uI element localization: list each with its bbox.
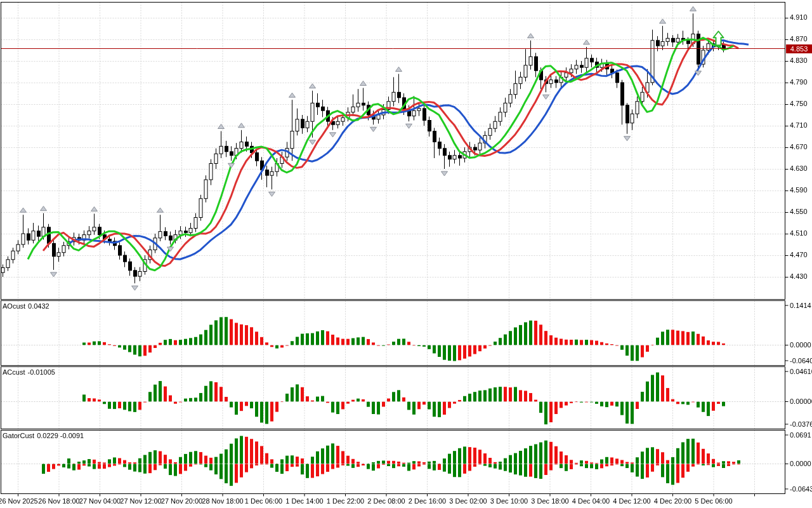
time-tick-label: 27 Nov 20:00 (161, 497, 202, 505)
price-tick-label: 4.430 (790, 272, 808, 280)
price-tick-label: 4.550 (790, 208, 808, 215)
current-price-badge: 4.853 (786, 44, 812, 53)
indicator-value: 0.0432 (28, 302, 49, 310)
time-tick-label: 26 Nov 2025 (0, 497, 38, 505)
time-tick-label: 27 Nov 04:00 (79, 497, 121, 505)
chart-canvas[interactable] (0, 0, 812, 508)
time-tick-label: 4 Dec 20:00 (654, 497, 691, 505)
indicator-scale-label: 0.0000 (790, 341, 811, 349)
indicator-value: 0.0229 -0.0091 (37, 432, 84, 439)
time-tick-label: 1 Dec 22:00 (327, 497, 364, 505)
time-tick-label: 1 Dec 06:00 (245, 497, 282, 505)
indicator-name: AOcust (3, 302, 25, 310)
indicator-name: ACcust (3, 368, 25, 376)
time-tick-label: 1 Dec 14:00 (285, 497, 323, 505)
indicator-value: -0.01005 (27, 368, 55, 376)
chart-window: { "window": {"width": 1280, "height": 80… (0, 0, 812, 508)
indicator-scale-label: 0.0000 (790, 460, 811, 467)
time-tick-label: 2 Dec 08:00 (367, 497, 405, 505)
time-tick-label: 3 Dec 02:00 (449, 497, 487, 505)
indicator-scale-label: 0.0691 (790, 431, 811, 439)
price-tick-label: 4.630 (790, 164, 808, 172)
indicator-label-accust: ACcust-0.01005 (3, 368, 58, 376)
indicator-scale-label: -0.0640 (790, 357, 812, 364)
time-tick-label: 26 Nov 18:00 (38, 497, 79, 505)
time-tick-label: 3 Dec 18:00 (531, 497, 568, 505)
time-tick-label: 2 Dec 16:00 (409, 497, 446, 505)
indicator-scale-label: -0.0643 (790, 485, 812, 493)
price-tick-label: 4.710 (790, 121, 808, 129)
indicator-scale-label: -0.03765 (790, 420, 812, 428)
time-tick-label: 28 Nov 18:00 (202, 497, 243, 505)
price-tick-label: 4.870 (790, 35, 808, 43)
indicator-scale-label: 0.1414 (790, 302, 811, 309)
time-axis[interactable]: 26 Nov 202526 Nov 18:0027 Nov 04:0027 No… (0, 494, 812, 508)
price-tick-label: 4.910 (790, 13, 808, 21)
price-tick-label: 4.790 (790, 78, 808, 86)
time-tick-label: 3 Dec 10:00 (490, 497, 528, 505)
indicator-name: GatorCust (3, 432, 34, 439)
indicator-scale-label: 0.00000 (790, 398, 812, 405)
price-tick-label: 4.510 (790, 229, 808, 237)
indicator-label-aocust: AOcust0.0432 (3, 302, 52, 310)
time-tick-label: 27 Nov 12:00 (120, 497, 161, 505)
time-tick-label: 4 Dec 12:00 (613, 497, 650, 505)
indicator-label-gatorcust: GatorCust0.0229 -0.0091 (3, 432, 86, 439)
price-tick-label: 4.590 (790, 186, 808, 194)
price-tick-label: 4.830 (790, 57, 808, 64)
price-tick-label: 4.470 (790, 251, 808, 258)
price-tick-label: 4.750 (790, 100, 808, 107)
time-tick-label: 4 Dec 04:00 (572, 497, 610, 505)
price-tick-label: 4.670 (790, 143, 808, 150)
indicator-scale-label: 0.04610 (790, 368, 812, 375)
time-tick-label: 5 Dec 06:00 (695, 497, 732, 505)
